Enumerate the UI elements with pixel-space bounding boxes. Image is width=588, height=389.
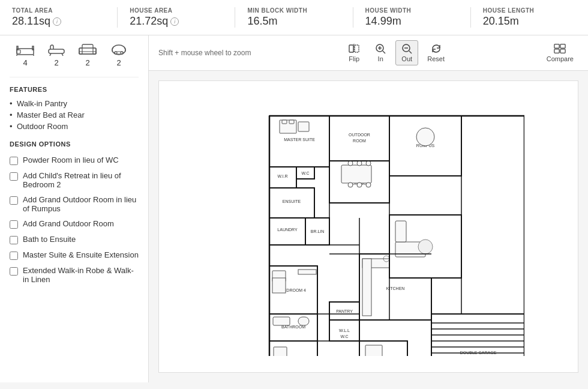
design-option-checkbox-3[interactable] <box>10 220 18 229</box>
svg-point-68 <box>348 182 353 187</box>
svg-rect-64 <box>341 165 371 183</box>
toolbar-right: Compare <box>542 41 578 65</box>
floorplan-image: .room-text { font-size: 7px; fill: #333;… <box>212 98 524 356</box>
svg-rect-27 <box>554 44 559 48</box>
garage-count: 2 <box>116 58 121 67</box>
svg-line-23 <box>383 51 385 53</box>
features-title: FEATURES <box>10 86 139 93</box>
svg-point-101 <box>418 240 433 254</box>
svg-point-66 <box>357 161 362 166</box>
svg-rect-84 <box>365 345 382 356</box>
bath-count-group: 2 <box>41 43 72 67</box>
svg-rect-57 <box>274 347 287 356</box>
svg-text:KITCHEN: KITCHEN <box>386 286 405 291</box>
floorplan-wrapper: .room-text { font-size: 7px; fill: #333;… <box>158 80 578 373</box>
svg-text:ROOM: ROOM <box>353 139 366 143</box>
stat-house-area-label: HOUSE AREA <box>130 7 223 14</box>
house-area-info-icon[interactable]: i <box>170 17 179 26</box>
floorplan-container[interactable]: .room-text { font-size: 7px; fill: #333;… <box>149 71 588 382</box>
design-option-item[interactable]: Powder Room in lieu of WC <box>10 152 139 168</box>
svg-text:BR.LIN: BR.LIN <box>311 229 325 234</box>
svg-rect-28 <box>560 44 565 48</box>
svg-text:PANTRY: PANTRY <box>336 309 353 313</box>
svg-point-88 <box>416 128 434 146</box>
compare-icon <box>554 43 566 54</box>
bed-icon <box>16 43 35 57</box>
design-option-item[interactable]: Add Grand Outdoor Room in lieu of Rumpus <box>10 192 139 216</box>
stat-house-width-value: 14.99m <box>365 15 458 28</box>
svg-rect-9 <box>79 48 96 54</box>
stat-house-area-value: 21.72sq i <box>130 15 223 28</box>
compare-button[interactable]: Compare <box>542 41 578 65</box>
design-option-checkbox-1[interactable] <box>10 172 18 181</box>
stat-house-length: HOUSE LENGTH 20.15m <box>471 7 588 28</box>
svg-rect-6 <box>49 49 64 53</box>
svg-rect-17 <box>349 45 353 52</box>
bed-count-group: 4 <box>10 43 41 67</box>
bath-count: 2 <box>54 58 58 67</box>
design-option-item[interactable]: Bath to Ensuite <box>10 232 139 247</box>
stat-total-area-label: TOTAL AREA <box>12 7 105 14</box>
design-options-title: DESIGN OPTIONS <box>10 140 139 148</box>
reset-button[interactable]: Reset <box>422 40 450 65</box>
design-option-checkbox-0[interactable] <box>10 157 18 165</box>
stat-total-area: TOTAL AREA 28.11sq i <box>0 7 118 28</box>
svg-point-15 <box>115 52 117 54</box>
svg-rect-35 <box>289 120 294 124</box>
svg-rect-1 <box>17 50 20 53</box>
design-options-list: Powder Room in lieu of WC Add Child's Re… <box>10 152 139 287</box>
zoom-hint: Shift + mouse wheel to zoom <box>158 49 251 57</box>
stat-house-length-value: 20.15m <box>483 15 576 28</box>
svg-rect-100 <box>395 221 406 242</box>
reset-icon <box>430 43 442 54</box>
main-layout: 4 2 <box>0 35 588 382</box>
sidebar: 4 2 <box>0 35 149 382</box>
garage-icon <box>109 43 128 57</box>
design-option-checkbox-4[interactable] <box>10 236 18 244</box>
svg-rect-48 <box>272 278 286 293</box>
living-icon <box>78 43 97 57</box>
stat-house-length-label: HOUSE LENGTH <box>483 7 576 14</box>
design-option-item[interactable]: Add Grand Outdoor Room <box>10 216 139 232</box>
flip-icon <box>348 43 360 54</box>
svg-text:OUTDOOR: OUTDOOR <box>349 133 370 137</box>
bath-icon <box>47 43 66 57</box>
stat-min-block-width-label: MIN BLOCK WIDTH <box>247 7 340 14</box>
svg-rect-29 <box>554 49 559 53</box>
svg-text:W.L.L: W.L.L <box>339 328 350 333</box>
features-list: Walk-in Pantry Master Bed at Rear Outdoo… <box>10 98 139 132</box>
design-option-checkbox-5[interactable] <box>10 252 18 260</box>
zoom-out-icon <box>401 43 413 54</box>
svg-text:W.I.R: W.I.R <box>277 174 287 178</box>
design-option-item[interactable]: Extended Walk-in Robe & Walk-in Linen <box>10 263 139 287</box>
svg-text:ENSUITE: ENSUITE <box>283 199 301 204</box>
svg-rect-30 <box>560 49 565 53</box>
feature-item: Master Bed at Rear <box>10 109 139 121</box>
stat-house-area: HOUSE AREA 21.72sq i <box>118 7 235 28</box>
svg-rect-34 <box>282 120 287 124</box>
zoom-out-button[interactable]: Out <box>395 40 418 65</box>
svg-rect-36 <box>298 122 309 131</box>
svg-text:LAUNDRY: LAUNDRY <box>277 228 298 232</box>
living-count: 2 <box>85 58 89 67</box>
zoom-in-icon <box>374 43 386 54</box>
svg-line-26 <box>409 51 412 53</box>
stat-total-area-value: 28.11sq i <box>12 15 105 28</box>
stat-min-block-width: MIN BLOCK WIDTH 16.5m <box>235 7 353 28</box>
svg-point-13 <box>112 45 125 55</box>
total-area-info-icon[interactable]: i <box>53 17 61 26</box>
svg-point-16 <box>121 52 123 54</box>
design-option-checkbox-6[interactable] <box>10 267 18 276</box>
stat-house-width: HOUSE WIDTH 14.99m <box>353 7 471 28</box>
bed-count: 4 <box>23 58 27 67</box>
icons-row: 4 2 <box>10 43 139 77</box>
design-option-checkbox-2[interactable] <box>10 196 18 205</box>
svg-rect-52 <box>273 317 290 325</box>
design-option-item[interactable]: Add Child's Retreat in lieu of Bedroom 2 <box>10 168 139 192</box>
flip-button[interactable]: Flip <box>343 40 365 65</box>
feature-item: Walk-in Pantry <box>10 98 139 109</box>
feature-item: Outdoor Room <box>10 121 139 132</box>
design-option-item[interactable]: Master Suite & Ensuite Extension <box>10 247 139 263</box>
zoom-in-button[interactable]: In <box>369 40 392 65</box>
toolbar: Shift + mouse wheel to zoom Flip <box>149 35 588 71</box>
